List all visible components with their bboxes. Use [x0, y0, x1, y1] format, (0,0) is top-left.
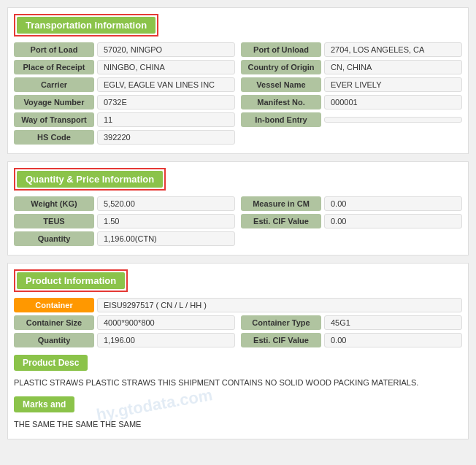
- marks-header: Marks and: [14, 396, 74, 412]
- quantity-section: Quantity & Price Information hy.gtodata.…: [7, 161, 469, 255]
- carrier-value: EGLV, EAGLE VAN LINES INC: [97, 77, 235, 92]
- product-quantity-label: Quantity: [14, 333, 94, 347]
- product-quantity-pair: Quantity 1,196.00: [14, 333, 235, 347]
- transport-row-2: Place of Receipt NINGBO, CHINA Country o…: [14, 60, 462, 74]
- port-of-load-pair: Port of Load 57020, NINGPO: [14, 42, 235, 57]
- container-size-value: 4000*900*800: [97, 315, 235, 330]
- place-of-receipt-pair: Place of Receipt NINGBO, CHINA: [14, 60, 235, 74]
- voyage-number-value: 0732E: [97, 95, 235, 109]
- product-row-1: Container Size 4000*900*800 Container Ty…: [14, 315, 462, 330]
- country-of-origin-pair: Country of Origin CN, CHINA: [241, 60, 462, 74]
- product-header-outline: Product Information: [14, 269, 128, 292]
- port-of-load-value: 57020, NINGPO: [97, 42, 235, 57]
- product-section: Product Information Container EISU929751…: [7, 263, 469, 439]
- quantity-row-3: Quantity 1,196.00(CTN): [14, 231, 462, 246]
- product-desc-text: PLASTIC STRAWS PLASTIC STRAWS THIS SHIPM…: [14, 377, 462, 389]
- product-quantity-value: 1,196.00: [97, 333, 235, 347]
- hs-code-label: HS Code: [14, 130, 94, 145]
- container-type-value: 45G1: [324, 315, 462, 330]
- voyage-number-pair: Voyage Number 0732E: [14, 95, 235, 109]
- transport-row-1: Port of Load 57020, NINGPO Port of Unloa…: [14, 42, 462, 57]
- way-of-transport-value: 11: [97, 112, 235, 127]
- product-row-2: Quantity 1,196.00 Esti. CIF Value 0.00: [14, 333, 462, 347]
- measure-value: 0.00: [324, 196, 462, 211]
- container-type-pair: Container Type 45G1: [241, 315, 462, 330]
- transport-row-6: HS Code 392220: [14, 130, 462, 145]
- quantity-row-2: TEUS 1.50 Esti. CIF Value 0.00: [14, 214, 462, 228]
- product-esti-cif-value: 0.00: [324, 333, 462, 347]
- teus-value: 1.50: [97, 214, 235, 228]
- quantity-label: Quantity: [14, 231, 94, 246]
- container-pair: Container EISU9297517 ( CN / L / HH ): [14, 298, 462, 312]
- transportation-section: Transportation Information Port of Load …: [7, 7, 469, 154]
- measure-pair: Measure in CM 0.00: [241, 196, 462, 211]
- product-desc-header: Product Desc: [14, 355, 88, 371]
- country-of-origin-value: CN, CHINA: [324, 60, 462, 74]
- hs-code-pair: HS Code 392220: [14, 130, 235, 145]
- quantity-row-1: Weight (KG) 5,520.00 Measure in CM 0.00: [14, 196, 462, 211]
- transport-row-5: Way of Transport 11 In-bond Entry: [14, 112, 462, 127]
- product-esti-cif-pair: Esti. CIF Value 0.00: [241, 333, 462, 347]
- hs-code-value: 392220: [97, 130, 235, 145]
- in-bond-entry-label: In-bond Entry: [241, 112, 321, 127]
- manifest-no-label: Manifest No.: [241, 95, 321, 109]
- vessel-name-label: Vessel Name: [241, 77, 321, 92]
- port-of-unload-pair: Port of Unload 2704, LOS ANGELES, CA: [241, 42, 462, 57]
- port-of-load-label: Port of Load: [14, 42, 94, 57]
- in-bond-entry-value: [324, 117, 462, 123]
- container-size-label: Container Size: [14, 315, 94, 330]
- container-label: Container: [14, 298, 94, 312]
- product-esti-cif-label: Esti. CIF Value: [241, 333, 321, 347]
- vessel-name-pair: Vessel Name EVER LIVELY: [241, 77, 462, 92]
- weight-value: 5,520.00: [97, 196, 235, 211]
- place-of-receipt-value: NINGBO, CHINA: [97, 60, 235, 74]
- quantity-pair: Quantity 1,196.00(CTN): [14, 231, 235, 246]
- carrier-label: Carrier: [14, 77, 94, 92]
- product-header: Product Information: [17, 272, 125, 289]
- way-of-transport-pair: Way of Transport 11: [14, 112, 235, 127]
- way-of-transport-label: Way of Transport: [14, 112, 94, 127]
- container-size-pair: Container Size 4000*900*800: [14, 315, 235, 330]
- esti-cif-label: Esti. CIF Value: [241, 214, 321, 228]
- manifest-no-value: 000001: [324, 95, 462, 109]
- marks-header-wrapper: Marks and: [8, 393, 468, 415]
- transport-row-4: Voyage Number 0732E Manifest No. 000001: [14, 95, 462, 109]
- teus-pair: TEUS 1.50: [14, 214, 235, 228]
- container-row: Container EISU9297517 ( CN / L / HH ): [14, 298, 462, 312]
- weight-pair: Weight (KG) 5,520.00: [14, 196, 235, 211]
- manifest-no-pair: Manifest No. 000001: [241, 95, 462, 109]
- quantity-header-outline: Quantity & Price Information: [14, 168, 166, 191]
- in-bond-entry-pair: In-bond Entry: [241, 112, 462, 127]
- measure-label: Measure in CM: [241, 196, 321, 211]
- voyage-number-label: Voyage Number: [14, 95, 94, 109]
- weight-label: Weight (KG): [14, 196, 94, 211]
- place-of-receipt-label: Place of Receipt: [14, 60, 94, 74]
- marks-text: THE SAME THE SAME THE SAME: [14, 418, 462, 431]
- product-desc-header-wrapper: Product Desc: [8, 352, 468, 374]
- esti-cif-pair: Esti. CIF Value 0.00: [241, 214, 462, 228]
- container-type-label: Container Type: [241, 315, 321, 330]
- country-of-origin-label: Country of Origin: [241, 60, 321, 74]
- transportation-header-outline: Transportation Information: [14, 14, 158, 36]
- esti-cif-value: 0.00: [324, 214, 462, 228]
- quantity-header: Quantity & Price Information: [17, 171, 163, 188]
- quantity-value: 1,196.00(CTN): [97, 231, 235, 246]
- carrier-pair: Carrier EGLV, EAGLE VAN LINES INC: [14, 77, 235, 92]
- transportation-header: Transportation Information: [17, 17, 156, 34]
- transport-row-3: Carrier EGLV, EAGLE VAN LINES INC Vessel…: [14, 77, 462, 92]
- port-of-unload-label: Port of Unload: [241, 42, 321, 57]
- vessel-name-value: EVER LIVELY: [324, 77, 462, 92]
- port-of-unload-value: 2704, LOS ANGELES, CA: [324, 42, 462, 57]
- teus-label: TEUS: [14, 214, 94, 228]
- container-value: EISU9297517 ( CN / L / HH ): [97, 298, 462, 312]
